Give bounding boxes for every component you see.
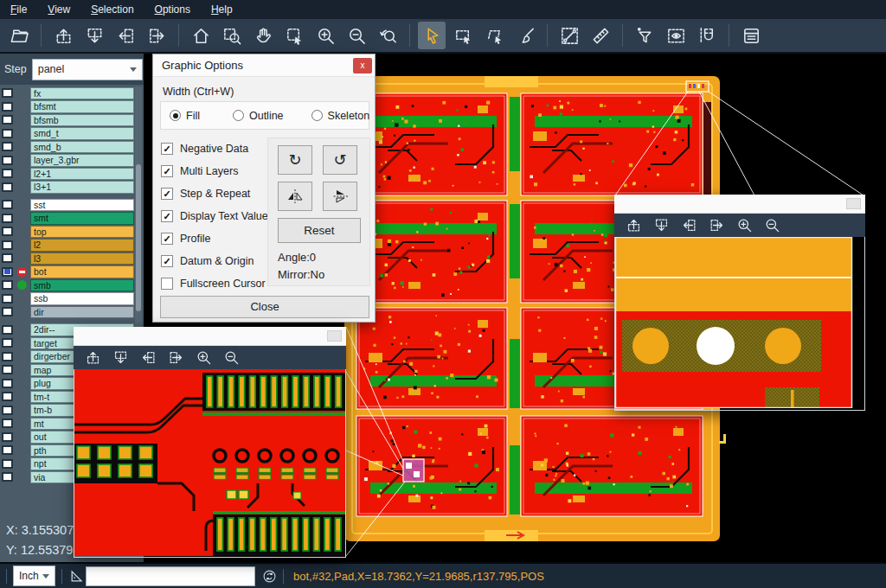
mag-tool-pan-left[interactable] bbox=[137, 348, 159, 368]
layer-smd_t[interactable]: smd_t bbox=[30, 127, 134, 140]
tool-pan-down[interactable] bbox=[80, 22, 108, 49]
checkbox-datum-origin[interactable]: ✓Datum & Origin bbox=[161, 250, 268, 272]
flip-vertical-button[interactable] bbox=[323, 182, 357, 211]
tool-zoom-area-select[interactable] bbox=[280, 22, 308, 49]
refresh-icon[interactable] bbox=[262, 569, 277, 584]
layer-visibility-checkbox[interactable] bbox=[2, 406, 13, 415]
tool-snap-magnet[interactable] bbox=[693, 22, 721, 49]
mag-tool-pan-right[interactable] bbox=[164, 348, 187, 368]
reset-button[interactable]: Reset bbox=[278, 218, 361, 243]
menu-selection[interactable]: Selection bbox=[80, 0, 144, 19]
layer-visibility-checkbox[interactable] bbox=[2, 459, 13, 469]
mag-tool-zoom-in[interactable] bbox=[192, 348, 215, 368]
dialog-title[interactable]: Graphic Options bbox=[153, 54, 375, 77]
tool-clean-brush[interactable] bbox=[511, 22, 539, 49]
mag-tool-pan-up[interactable] bbox=[81, 348, 104, 368]
layer-smb[interactable]: smb bbox=[30, 279, 134, 292]
layer-visibility-checkbox[interactable] bbox=[2, 419, 13, 428]
checkbox-multi-layers[interactable]: ✓Multi Layers bbox=[161, 160, 268, 182]
layer-visibility-checkbox[interactable] bbox=[2, 200, 13, 209]
layer-visibility-checkbox[interactable] bbox=[2, 294, 13, 304]
layer-visibility-checkbox[interactable] bbox=[2, 325, 13, 335]
menu-help[interactable]: Help bbox=[201, 0, 243, 19]
layer-visibility-checkbox[interactable] bbox=[2, 88, 13, 98]
tool-view-eye[interactable] bbox=[662, 22, 690, 49]
tool-measure-line[interactable] bbox=[555, 22, 583, 49]
mag-tool-pan-down[interactable] bbox=[650, 215, 672, 236]
radio-skeleton[interactable]: Skeleton bbox=[311, 110, 370, 122]
tool-ruler[interactable] bbox=[587, 22, 614, 49]
layer-visibility-checkbox[interactable] bbox=[2, 352, 13, 361]
tool-select-cursor[interactable] bbox=[418, 22, 446, 49]
mag-tool-zoom-in[interactable] bbox=[733, 215, 755, 236]
flip-horizontal-button[interactable] bbox=[278, 182, 312, 211]
layer-visibility-checkbox[interactable] bbox=[2, 142, 13, 151]
tool-pan-right[interactable] bbox=[143, 22, 170, 49]
close-button[interactable]: Close bbox=[160, 296, 369, 318]
rotate-cw-button[interactable]: ↻ bbox=[278, 145, 312, 175]
tool-zoom-out[interactable] bbox=[343, 22, 370, 49]
magnifier-title-bar[interactable] bbox=[614, 195, 865, 214]
mag-tool-zoom-out[interactable] bbox=[220, 348, 242, 368]
magnifier-view[interactable] bbox=[614, 237, 865, 411]
layer-dir[interactable]: dir bbox=[30, 306, 134, 319]
unit-combobox[interactable]: Inch bbox=[13, 566, 55, 586]
layer-visibility-checkbox[interactable] bbox=[2, 102, 13, 112]
layer-fx[interactable]: fx bbox=[30, 87, 134, 100]
layer-visibility-checkbox[interactable] bbox=[2, 267, 13, 277]
layer-visibility-checkbox[interactable] bbox=[2, 432, 13, 442]
checkbox-profile[interactable]: ✓Profile bbox=[161, 227, 268, 250]
layer-visibility-checkbox[interactable] bbox=[2, 280, 13, 290]
layer-visibility-checkbox[interactable] bbox=[2, 338, 13, 348]
layer-visibility-checkbox[interactable] bbox=[2, 156, 13, 165]
step-combobox[interactable]: panel bbox=[32, 59, 143, 80]
window-button[interactable] bbox=[846, 198, 861, 209]
layer-bot[interactable]: bot bbox=[30, 265, 134, 278]
measure-angle-icon[interactable] bbox=[68, 567, 86, 585]
tool-zoom-window[interactable] bbox=[218, 22, 246, 49]
layer-visibility-checkbox[interactable] bbox=[2, 240, 13, 250]
layer-smt[interactable]: smt bbox=[30, 212, 134, 225]
layer-l3+1[interactable]: l3+1 bbox=[30, 181, 134, 194]
checkbox-fullscreen-cursor[interactable]: Fullscreen Cursor bbox=[161, 272, 268, 295]
tool-pan-left[interactable] bbox=[112, 22, 139, 49]
menu-view[interactable]: View bbox=[37, 0, 80, 19]
layer-visibility-checkbox[interactable] bbox=[2, 182, 13, 192]
layer-sst[interactable]: sst bbox=[30, 199, 134, 212]
layer-visibility-checkbox[interactable] bbox=[2, 307, 13, 316]
layer-l3[interactable]: l3 bbox=[30, 252, 134, 265]
layer-visibility-checkbox[interactable] bbox=[2, 227, 13, 236]
close-icon[interactable]: x bbox=[353, 58, 372, 74]
layer-visibility-checkbox[interactable] bbox=[2, 129, 13, 138]
tool-filter[interactable] bbox=[631, 22, 658, 49]
mag-tool-pan-up[interactable] bbox=[622, 215, 645, 236]
layer-visibility-checkbox[interactable] bbox=[2, 214, 13, 223]
tool-zoom-in[interactable] bbox=[311, 22, 339, 49]
tool-select-poly[interactable] bbox=[480, 22, 508, 49]
layer-ssb[interactable]: ssb bbox=[30, 292, 134, 305]
layer-visibility-checkbox[interactable] bbox=[2, 253, 13, 263]
tool-zoom-previous[interactable] bbox=[374, 22, 401, 49]
rotate-ccw-button[interactable]: ↺ bbox=[323, 145, 357, 175]
layer-l2[interactable]: l2 bbox=[30, 239, 134, 252]
menu-file[interactable]: File bbox=[0, 0, 37, 19]
layer-visibility-checkbox[interactable] bbox=[2, 365, 13, 374]
layer-bfsmt[interactable]: bfsmt bbox=[30, 100, 134, 113]
magnifier-title-bar[interactable] bbox=[74, 327, 346, 346]
tool-folder-open[interactable] bbox=[5, 22, 33, 49]
menu-options[interactable]: Options bbox=[144, 0, 201, 19]
checkbox-negative-data[interactable]: ✓Negative Data bbox=[161, 137, 268, 160]
layer-visibility-checkbox[interactable] bbox=[2, 472, 13, 482]
mag-tool-pan-right[interactable] bbox=[705, 215, 728, 236]
magnifier-view[interactable] bbox=[74, 369, 346, 558]
layer-layer_3.gbr[interactable]: layer_3.gbr bbox=[30, 154, 134, 167]
mag-tool-pan-left[interactable] bbox=[677, 215, 700, 236]
tool-pan-hand[interactable] bbox=[249, 22, 277, 49]
scrollbar-thumb[interactable] bbox=[136, 164, 141, 311]
layer-smd_b[interactable]: smd_b bbox=[30, 141, 134, 154]
layer-visibility-checkbox[interactable] bbox=[2, 115, 13, 125]
checkbox-display-text-value[interactable]: ✓Display Text Value bbox=[161, 205, 268, 227]
layer-bfsmb[interactable]: bfsmb bbox=[30, 114, 134, 127]
checkbox-step-repeat[interactable]: ✓Step & Repeat bbox=[161, 182, 268, 205]
radio-outline[interactable]: Outline bbox=[233, 110, 284, 122]
